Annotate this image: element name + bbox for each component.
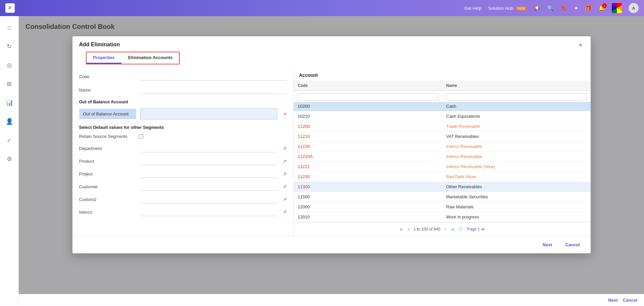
left-panel: Code Name Out of Balance Account Out of …	[72, 70, 294, 236]
account-code-cell: 12010	[294, 212, 442, 222]
account-name-cell: Trade Receivable	[442, 121, 591, 132]
table-row[interactable]: 11230Bad Debt Allow.	[294, 172, 591, 182]
product-external-icon[interactable]: ↗	[283, 158, 287, 164]
account-code-cell: 11220A	[294, 152, 442, 162]
table-row[interactable]: 12000Raw Materials	[294, 202, 591, 212]
bottom-next-button[interactable]: Next	[608, 298, 618, 303]
get-help-link[interactable]: Get Help	[464, 6, 481, 11]
interco-input[interactable]	[140, 208, 277, 216]
next-button[interactable]: Next	[539, 240, 556, 249]
next-page-button[interactable]: ›	[443, 226, 447, 233]
customer-input[interactable]	[140, 183, 277, 191]
megaphone-icon[interactable]: 📢	[534, 5, 540, 11]
product-input[interactable]	[140, 157, 277, 165]
interco-external-icon[interactable]: ↗	[283, 209, 287, 215]
account-code-cell: 10200	[294, 101, 442, 111]
top-navigation: P Get Help Solution Hub NEW 📢 🔍 🔖 ✦ 🎁 🔔 …	[0, 0, 644, 16]
project-input[interactable]	[140, 170, 277, 178]
cancel-button[interactable]: Cancel	[561, 240, 584, 249]
bell-icon[interactable]: 🔔 1	[598, 5, 605, 11]
solution-hub-link[interactable]: Solution Hub NEW	[488, 6, 527, 11]
account-code-cell: 12000	[294, 202, 442, 212]
prev-page-button[interactable]: ‹	[407, 226, 411, 233]
customer-external-icon[interactable]: ↗	[283, 184, 287, 189]
out-of-balance-row: Out of Balance Account ↗	[79, 108, 287, 119]
code-filter-input[interactable]	[298, 93, 438, 101]
code-input[interactable]	[140, 72, 287, 81]
modal-body: Code Name Out of Balance Account Out of …	[72, 70, 591, 236]
page-selector[interactable]: Page 1 Page 2 Page 3	[466, 226, 486, 232]
last-page-button[interactable]: »	[450, 226, 455, 233]
name-label: Name	[79, 88, 136, 93]
out-of-balance-input[interactable]	[140, 108, 277, 119]
name-filter-input[interactable]	[446, 93, 587, 101]
custom2-label: Custom2	[79, 197, 136, 202]
code-field-row: Code	[79, 72, 287, 81]
table-row[interactable]: 11200Trade Receivable	[294, 121, 591, 132]
department-input[interactable]	[140, 144, 277, 152]
sidebar-grid-icon[interactable]: ⊞	[3, 78, 15, 90]
app-color-logo	[612, 3, 622, 13]
add-elimination-modal: Add Elimination × Properties Elimination…	[72, 36, 591, 253]
department-external-icon[interactable]: ↗	[283, 146, 287, 151]
account-name-cell: Cash	[442, 101, 591, 111]
search-icon[interactable]: 🔍	[547, 5, 554, 11]
sidebar-refresh-icon[interactable]: ↻	[3, 40, 15, 52]
table-row[interactable]: 12010Work in progress	[294, 212, 591, 222]
name-input[interactable]	[140, 86, 287, 94]
department-label: Department	[79, 146, 136, 151]
tab-elimination-accounts[interactable]: Elimination Accounts	[121, 52, 179, 64]
project-label: Project	[79, 171, 136, 176]
account-code-cell: 11220	[294, 142, 442, 152]
name-column-header: Name	[442, 81, 591, 91]
sidebar-target-icon[interactable]: ◎	[3, 59, 15, 71]
main-content: Consolidation Control Book Add Eliminati…	[19, 16, 644, 306]
table-row[interactable]: 11210VAT Receivables	[294, 132, 591, 142]
tab-properties[interactable]: Properties	[87, 52, 121, 64]
table-row[interactable]: 10210Cash Equivalents	[294, 111, 591, 121]
nav-left: P	[5, 3, 15, 13]
account-code-cell: 11200	[294, 121, 442, 132]
sidebar-person-icon[interactable]: 👤	[3, 115, 15, 128]
page-copy-icon[interactable]: 📄	[458, 227, 463, 232]
pagination: « ‹ 1 to 100 of 640 › » 📄 Page 1 Page 2 …	[294, 222, 591, 236]
name-field-row: Name	[79, 86, 287, 94]
modal-tabs: Properties Elimination Accounts	[86, 52, 180, 64]
custom2-external-icon[interactable]: ↗	[283, 197, 287, 202]
project-field-row: Project ↗	[79, 170, 287, 178]
right-panel: Account Code Name	[294, 70, 591, 236]
retain-source-row: Retain Source Segments	[79, 134, 287, 139]
table-row[interactable]: 11500Marketable Securities	[294, 192, 591, 202]
sidebar-home-icon[interactable]: ⌂	[3, 21, 15, 34]
product-label: Product	[79, 159, 136, 164]
table-row[interactable]: 11220Interco Receivable	[294, 142, 591, 152]
gift-icon[interactable]: 🎁	[585, 5, 592, 11]
user-avatar[interactable]: A	[629, 3, 639, 13]
table-row[interactable]: 11221Interco Receivable (New)	[294, 162, 591, 172]
account-code-cell: 11300	[294, 182, 442, 192]
default-segments-title: Select Default values for other Segments	[79, 125, 287, 130]
sidebar-settings-icon[interactable]: ⚙	[3, 153, 15, 165]
sidebar-chart-icon[interactable]: 📊	[3, 97, 15, 109]
account-table-container[interactable]: Code Name 10200Cash10210Cash Equivalents…	[294, 81, 591, 222]
table-row[interactable]: 10200Cash	[294, 101, 591, 111]
first-page-button[interactable]: «	[398, 226, 404, 233]
table-row[interactable]: 11220AInterco Receivable	[294, 152, 591, 162]
compass-icon[interactable]: ✦	[574, 5, 578, 11]
code-column-header: Code	[294, 81, 442, 91]
account-name-cell: Work in progress	[442, 212, 591, 222]
project-external-icon[interactable]: ↗	[283, 171, 287, 176]
bookmark-icon[interactable]: 🔖	[560, 5, 567, 11]
retain-source-checkbox[interactable]	[139, 134, 143, 139]
sidebar-check-icon[interactable]: ✓	[3, 134, 15, 146]
out-of-balance-external-icon[interactable]: ↗	[283, 111, 287, 117]
account-code-cell: 11210	[294, 132, 442, 142]
code-label: Code	[79, 74, 136, 79]
left-sidebar: ⌂ ↻ ◎ ⊞ 📊 👤 ✓ ⚙	[0, 16, 19, 306]
table-row[interactable]: 11300Other Receivables	[294, 182, 591, 192]
custom2-input[interactable]	[140, 195, 277, 203]
account-name-cell: Interco Receivable (New)	[442, 162, 591, 172]
custom2-field-row: Custom2 ↗	[79, 195, 287, 203]
bottom-cancel-button[interactable]: Cancel	[623, 298, 637, 303]
modal-close-button[interactable]: ×	[576, 40, 585, 50]
